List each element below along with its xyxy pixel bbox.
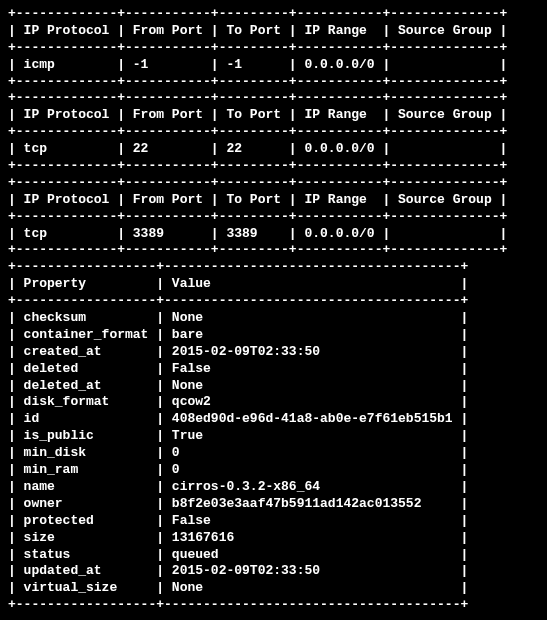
terminal-line: | protected | False | bbox=[8, 513, 539, 530]
terminal-line: | IP Protocol | From Port | To Port | IP… bbox=[8, 107, 539, 124]
terminal-line: +-------------+-----------+---------+---… bbox=[8, 90, 539, 107]
terminal-line: | checksum | None | bbox=[8, 310, 539, 327]
terminal-line bbox=[8, 614, 539, 620]
terminal-line: +-------------+-----------+---------+---… bbox=[8, 74, 539, 91]
terminal-line: | virtual_size | None | bbox=[8, 580, 539, 597]
terminal-line: +------------------+--------------------… bbox=[8, 293, 539, 310]
terminal-line: | disk_format | qcow2 | bbox=[8, 394, 539, 411]
terminal-line: | deleted_at | None | bbox=[8, 378, 539, 395]
terminal-line: +-------------+-----------+---------+---… bbox=[8, 158, 539, 175]
terminal-line: | deleted | False | bbox=[8, 361, 539, 378]
terminal-line: | size | 13167616 | bbox=[8, 530, 539, 547]
terminal-line: | owner | b8f2e03e3aaf47b5911ad142ac0135… bbox=[8, 496, 539, 513]
terminal-line: +-------------+-----------+---------+---… bbox=[8, 40, 539, 57]
terminal-line: | Property | Value | bbox=[8, 276, 539, 293]
terminal-line: +-------------+-----------+---------+---… bbox=[8, 124, 539, 141]
terminal-line: | container_format | bare | bbox=[8, 327, 539, 344]
terminal-line: | created_at | 2015-02-09T02:33:50 | bbox=[8, 344, 539, 361]
terminal-line: | icmp | -1 | -1 | 0.0.0.0/0 | | bbox=[8, 57, 539, 74]
terminal-line: | min_disk | 0 | bbox=[8, 445, 539, 462]
terminal-line: | is_public | True | bbox=[8, 428, 539, 445]
terminal-line: | name | cirros-0.3.2-x86_64 | bbox=[8, 479, 539, 496]
terminal-line: | id | 408ed90d-e96d-41a8-ab0e-e7f61eb51… bbox=[8, 411, 539, 428]
terminal-line: | IP Protocol | From Port | To Port | IP… bbox=[8, 192, 539, 209]
terminal-line: | IP Protocol | From Port | To Port | IP… bbox=[8, 23, 539, 40]
terminal-line: +-------------+-----------+---------+---… bbox=[8, 209, 539, 226]
terminal-line: +-------------+-----------+---------+---… bbox=[8, 6, 539, 23]
terminal-output: +-------------+-----------+---------+---… bbox=[8, 6, 539, 620]
terminal-line: +-------------+-----------+---------+---… bbox=[8, 175, 539, 192]
terminal-line: | tcp | 3389 | 3389 | 0.0.0.0/0 | | bbox=[8, 226, 539, 243]
terminal-line: +-------------+-----------+---------+---… bbox=[8, 242, 539, 259]
terminal-line: +------------------+--------------------… bbox=[8, 259, 539, 276]
terminal-line: | tcp | 22 | 22 | 0.0.0.0/0 | | bbox=[8, 141, 539, 158]
terminal-line: | min_ram | 0 | bbox=[8, 462, 539, 479]
terminal-line: | status | queued | bbox=[8, 547, 539, 564]
terminal-line: | updated_at | 2015-02-09T02:33:50 | bbox=[8, 563, 539, 580]
terminal-line: +------------------+--------------------… bbox=[8, 597, 539, 614]
